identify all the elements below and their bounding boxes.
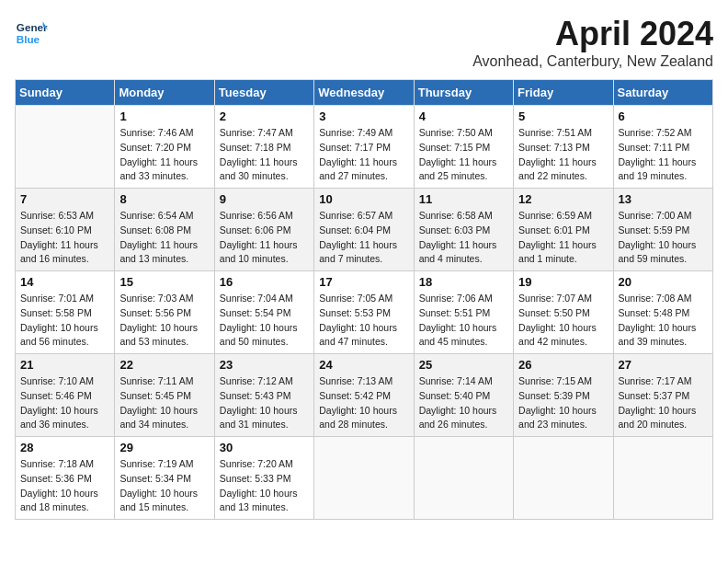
calendar-day-cell: 20Sunrise: 7:08 AM Sunset: 5:48 PM Dayli… bbox=[613, 271, 712, 354]
day-number: 10 bbox=[319, 192, 408, 206]
logo: General Blue bbox=[15, 15, 48, 48]
day-info: Sunrise: 7:19 AM Sunset: 5:34 PM Dayligh… bbox=[119, 457, 209, 515]
day-number: 6 bbox=[619, 109, 708, 123]
day-number: 15 bbox=[119, 275, 209, 289]
calendar-day-cell: 29Sunrise: 7:19 AM Sunset: 5:34 PM Dayli… bbox=[115, 437, 214, 520]
calendar-week-row: 1Sunrise: 7:46 AM Sunset: 7:20 PM Daylig… bbox=[16, 106, 713, 189]
calendar-day-cell: 22Sunrise: 7:11 AM Sunset: 5:45 PM Dayli… bbox=[115, 354, 214, 437]
day-number: 21 bbox=[20, 358, 109, 372]
day-info: Sunrise: 7:17 AM Sunset: 5:37 PM Dayligh… bbox=[619, 374, 708, 432]
calendar-day-cell bbox=[16, 106, 115, 189]
calendar-day-cell: 19Sunrise: 7:07 AM Sunset: 5:50 PM Dayli… bbox=[514, 271, 613, 354]
day-number: 28 bbox=[20, 441, 109, 454]
day-number: 1 bbox=[119, 109, 209, 123]
calendar-day-cell: 14Sunrise: 7:01 AM Sunset: 5:58 PM Dayli… bbox=[16, 271, 115, 354]
calendar-day-cell: 18Sunrise: 7:06 AM Sunset: 5:51 PM Dayli… bbox=[414, 271, 513, 354]
day-number: 13 bbox=[619, 192, 708, 206]
day-number: 3 bbox=[319, 109, 408, 123]
day-number: 17 bbox=[319, 275, 408, 289]
calendar-header-row: SundayMondayTuesdayWednesdayThursdayFrid… bbox=[16, 80, 713, 106]
day-info: Sunrise: 7:01 AM Sunset: 5:58 PM Dayligh… bbox=[20, 292, 109, 350]
calendar-day-cell: 12Sunrise: 6:59 AM Sunset: 6:01 PM Dayli… bbox=[514, 189, 613, 271]
day-info: Sunrise: 7:18 AM Sunset: 5:36 PM Dayligh… bbox=[20, 457, 109, 515]
calendar-day-header: Friday bbox=[514, 80, 613, 106]
day-number: 14 bbox=[20, 275, 109, 289]
calendar-day-cell: 24Sunrise: 7:13 AM Sunset: 5:42 PM Dayli… bbox=[314, 354, 414, 437]
day-number: 27 bbox=[619, 358, 708, 372]
logo-icon: General Blue bbox=[15, 15, 48, 48]
day-number: 24 bbox=[319, 358, 408, 372]
day-info: Sunrise: 7:14 AM Sunset: 5:40 PM Dayligh… bbox=[419, 374, 508, 432]
day-number: 23 bbox=[220, 358, 309, 372]
day-number: 22 bbox=[119, 358, 209, 372]
day-info: Sunrise: 7:50 AM Sunset: 7:15 PM Dayligh… bbox=[419, 126, 508, 184]
calendar-day-cell: 10Sunrise: 6:57 AM Sunset: 6:04 PM Dayli… bbox=[314, 189, 414, 271]
calendar-day-cell: 8Sunrise: 6:54 AM Sunset: 6:08 PM Daylig… bbox=[115, 189, 214, 271]
calendar-day-header: Thursday bbox=[414, 80, 513, 106]
day-info: Sunrise: 6:57 AM Sunset: 6:04 PM Dayligh… bbox=[319, 209, 408, 267]
day-info: Sunrise: 7:04 AM Sunset: 5:54 PM Dayligh… bbox=[220, 292, 309, 350]
calendar-day-cell: 13Sunrise: 7:00 AM Sunset: 5:59 PM Dayli… bbox=[613, 189, 712, 271]
day-number: 26 bbox=[518, 358, 608, 372]
day-number: 5 bbox=[518, 109, 608, 123]
calendar-day-header: Sunday bbox=[16, 80, 115, 106]
calendar-day-cell: 7Sunrise: 6:53 AM Sunset: 6:10 PM Daylig… bbox=[16, 189, 115, 271]
day-number: 30 bbox=[220, 441, 309, 454]
calendar-day-cell: 17Sunrise: 7:05 AM Sunset: 5:53 PM Dayli… bbox=[314, 271, 414, 354]
calendar-day-cell: 11Sunrise: 6:58 AM Sunset: 6:03 PM Dayli… bbox=[414, 189, 513, 271]
day-info: Sunrise: 7:03 AM Sunset: 5:56 PM Dayligh… bbox=[119, 292, 209, 350]
day-info: Sunrise: 7:51 AM Sunset: 7:13 PM Dayligh… bbox=[518, 126, 608, 184]
month-title: April 2024 bbox=[472, 15, 713, 53]
svg-text:Blue: Blue bbox=[17, 33, 40, 45]
day-number: 25 bbox=[419, 358, 508, 372]
day-info: Sunrise: 7:05 AM Sunset: 5:53 PM Dayligh… bbox=[319, 292, 408, 350]
day-info: Sunrise: 6:59 AM Sunset: 6:01 PM Dayligh… bbox=[518, 209, 608, 267]
calendar-day-cell: 27Sunrise: 7:17 AM Sunset: 5:37 PM Dayli… bbox=[613, 354, 712, 437]
day-info: Sunrise: 6:54 AM Sunset: 6:08 PM Dayligh… bbox=[119, 209, 209, 267]
day-number: 7 bbox=[20, 192, 109, 206]
day-info: Sunrise: 7:13 AM Sunset: 5:42 PM Dayligh… bbox=[319, 374, 408, 432]
calendar-day-cell: 30Sunrise: 7:20 AM Sunset: 5:33 PM Dayli… bbox=[214, 437, 313, 520]
calendar-week-row: 21Sunrise: 7:10 AM Sunset: 5:46 PM Dayli… bbox=[16, 354, 713, 437]
calendar-day-cell: 28Sunrise: 7:18 AM Sunset: 5:36 PM Dayli… bbox=[16, 437, 115, 520]
day-number: 20 bbox=[619, 275, 708, 289]
day-number: 4 bbox=[419, 109, 508, 123]
day-number: 18 bbox=[419, 275, 508, 289]
calendar-day-header: Wednesday bbox=[314, 80, 414, 106]
day-info: Sunrise: 6:58 AM Sunset: 6:03 PM Dayligh… bbox=[419, 209, 508, 267]
day-number: 29 bbox=[119, 441, 209, 454]
calendar-day-cell: 21Sunrise: 7:10 AM Sunset: 5:46 PM Dayli… bbox=[16, 354, 115, 437]
day-info: Sunrise: 7:10 AM Sunset: 5:46 PM Dayligh… bbox=[20, 374, 109, 432]
calendar-day-cell: 2Sunrise: 7:47 AM Sunset: 7:18 PM Daylig… bbox=[214, 106, 313, 189]
calendar-table: SundayMondayTuesdayWednesdayThursdayFrid… bbox=[15, 79, 713, 520]
calendar-day-cell bbox=[613, 437, 712, 520]
calendar-day-header: Saturday bbox=[613, 80, 712, 106]
day-info: Sunrise: 7:49 AM Sunset: 7:17 PM Dayligh… bbox=[319, 126, 408, 184]
calendar-day-cell: 26Sunrise: 7:15 AM Sunset: 5:39 PM Dayli… bbox=[514, 354, 613, 437]
day-number: 2 bbox=[220, 109, 309, 123]
calendar-day-cell: 16Sunrise: 7:04 AM Sunset: 5:54 PM Dayli… bbox=[214, 271, 313, 354]
day-info: Sunrise: 7:15 AM Sunset: 5:39 PM Dayligh… bbox=[518, 374, 608, 432]
calendar-day-cell: 15Sunrise: 7:03 AM Sunset: 5:56 PM Dayli… bbox=[115, 271, 214, 354]
calendar-day-cell: 25Sunrise: 7:14 AM Sunset: 5:40 PM Dayli… bbox=[414, 354, 513, 437]
calendar-day-cell: 5Sunrise: 7:51 AM Sunset: 7:13 PM Daylig… bbox=[514, 106, 613, 189]
day-info: Sunrise: 7:07 AM Sunset: 5:50 PM Dayligh… bbox=[518, 292, 608, 350]
calendar-day-cell: 3Sunrise: 7:49 AM Sunset: 7:17 PM Daylig… bbox=[314, 106, 414, 189]
calendar-day-header: Monday bbox=[115, 80, 214, 106]
calendar-day-cell: 1Sunrise: 7:46 AM Sunset: 7:20 PM Daylig… bbox=[115, 106, 214, 189]
calendar-day-cell bbox=[514, 437, 613, 520]
calendar-day-cell bbox=[314, 437, 414, 520]
calendar-day-cell: 4Sunrise: 7:50 AM Sunset: 7:15 PM Daylig… bbox=[414, 106, 513, 189]
day-number: 11 bbox=[419, 192, 508, 206]
day-number: 9 bbox=[220, 192, 309, 206]
calendar-day-cell: 6Sunrise: 7:52 AM Sunset: 7:11 PM Daylig… bbox=[613, 106, 712, 189]
calendar-day-header: Tuesday bbox=[214, 80, 313, 106]
day-info: Sunrise: 7:08 AM Sunset: 5:48 PM Dayligh… bbox=[619, 292, 708, 350]
calendar-week-row: 28Sunrise: 7:18 AM Sunset: 5:36 PM Dayli… bbox=[16, 437, 713, 520]
day-info: Sunrise: 7:12 AM Sunset: 5:43 PM Dayligh… bbox=[220, 374, 309, 432]
day-info: Sunrise: 7:20 AM Sunset: 5:33 PM Dayligh… bbox=[220, 457, 309, 515]
day-number: 16 bbox=[220, 275, 309, 289]
page-header: General Blue April 2024 Avonhead, Canter… bbox=[15, 15, 713, 70]
day-info: Sunrise: 7:52 AM Sunset: 7:11 PM Dayligh… bbox=[619, 126, 708, 184]
day-info: Sunrise: 7:06 AM Sunset: 5:51 PM Dayligh… bbox=[419, 292, 508, 350]
